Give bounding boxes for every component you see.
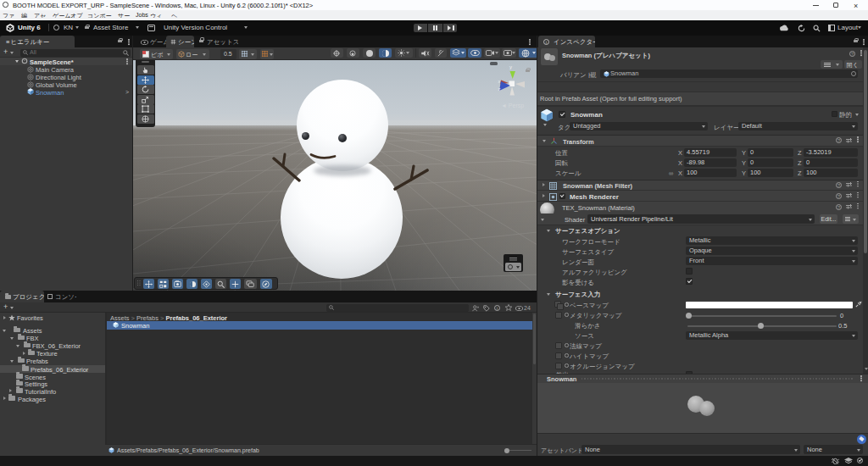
svg-text:y: y [509,64,512,69]
svg-text:x: x [498,79,501,84]
svg-text:z: z [498,86,501,92]
